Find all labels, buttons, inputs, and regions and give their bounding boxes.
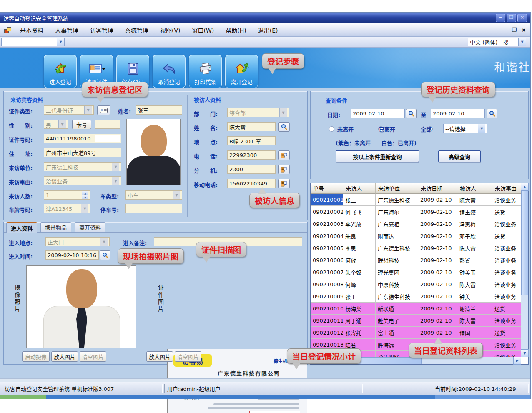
menu-item-1[interactable]: 人事管理: [49, 26, 84, 34]
table-cell[interactable]: 赴美电子: [376, 315, 418, 327]
table-row[interactable]: 090210009张工广东德生科技2009-02-10钟美洽谈业务: [311, 290, 521, 303]
table-cell[interactable]: 理光集团: [376, 266, 418, 278]
people-count-stepper[interactable]: 1 ▲▼: [44, 190, 90, 200]
table-cell[interactable]: 送货: [492, 230, 521, 242]
minimize-icon[interactable]: −: [496, 14, 505, 22]
clear-card-button[interactable]: 清空图片: [175, 351, 201, 362]
start-camera-button[interactable]: 启动摄像: [22, 351, 50, 362]
clear-photo-button[interactable]: 清空图片: [80, 351, 106, 362]
table-row[interactable]: 090210006何放联想科技2009-02-10彭置洽谈业务: [311, 254, 521, 266]
table-cell[interactable]: 090210011: [311, 315, 343, 327]
vertical-scrollbar[interactable]: ▲ ▼: [521, 183, 528, 357]
entry-place-combo[interactable]: 正大门▼: [45, 237, 110, 246]
table-cell[interactable]: 090210008: [311, 278, 343, 290]
address-field[interactable]: 广州市中山大道89号: [44, 148, 121, 157]
table-cell[interactable]: 李思: [343, 242, 376, 254]
table-cell[interactable]: 洽谈业务: [492, 278, 521, 290]
entry-time-picker-button[interactable]: [100, 250, 110, 260]
table-cell[interactable]: 090210005: [311, 242, 343, 254]
table-cell[interactable]: 附而达: [376, 230, 418, 242]
card-no-field[interactable]: [95, 120, 120, 129]
table-cell[interactable]: 中原科技: [376, 278, 418, 290]
table-cell[interactable]: 杨海类: [343, 303, 376, 315]
enlarge-card-button[interactable]: 放大图片: [146, 351, 173, 362]
table-cell[interactable]: 彭置: [457, 254, 492, 266]
table-cell[interactable]: 送货: [492, 303, 521, 315]
print-slip-button[interactable]: 打印凭条: [189, 55, 222, 88]
menu-item-7[interactable]: 退出(E): [252, 26, 284, 34]
table-cell[interactable]: 2009-02-10: [418, 278, 457, 290]
table-cell[interactable]: 2009-02-10: [418, 218, 457, 230]
menu-item-5[interactable]: 窗口(W): [186, 26, 220, 34]
table-cell[interactable]: 洽谈业务: [492, 315, 521, 327]
close-icon[interactable]: ×: [517, 14, 527, 22]
table-header-cell[interactable]: 来访日期: [418, 183, 457, 194]
table-cell[interactable]: 朱个奴: [343, 266, 376, 278]
stepper-arrows-icon[interactable]: ▲▼: [82, 191, 88, 199]
table-row[interactable]: 090210004朱良附而达2009-02-10邓子欣送货: [311, 230, 521, 242]
scroll-thumb[interactable]: [521, 190, 528, 295]
table-header[interactable]: 单号来访人来访单位来访日期被访人来访事由: [311, 183, 521, 194]
table-cell[interactable]: 何飞飞: [343, 206, 376, 218]
table-cell[interactable]: 何放: [343, 254, 376, 266]
card-no-button[interactable]: 卡号: [72, 120, 91, 129]
table-cell[interactable]: 谭玉姣: [457, 206, 492, 218]
table-cell[interactable]: 广东海尔: [376, 206, 418, 218]
table-cell[interactable]: 2009-02-10: [418, 242, 457, 254]
cert-no-field[interactable]: 4401111980010: [44, 134, 121, 143]
tab-2[interactable]: 离开资料: [75, 222, 105, 232]
table-cell[interactable]: 090210012: [311, 327, 343, 339]
table-cell[interactable]: 谢清兰: [457, 303, 492, 315]
table-cell[interactable]: 联想科技: [376, 254, 418, 266]
table-cell[interactable]: 邓子欣: [457, 230, 492, 242]
table-cell[interactable]: 广东德生科技: [376, 242, 418, 254]
mobile-field[interactable]: 15602210349: [227, 179, 276, 188]
table-cell[interactable]: 洽谈业务: [492, 339, 521, 351]
table-cell[interactable]: 洽谈业务: [492, 218, 521, 230]
status-select-combo[interactable]: --请选择▼: [443, 124, 487, 133]
table-cell[interactable]: 2009-02-10: [418, 206, 457, 218]
table-cell[interactable]: 广东亮相: [376, 218, 418, 230]
table-cell[interactable]: 李光放: [343, 218, 376, 230]
table-cell[interactable]: 2009-02-10: [418, 230, 457, 242]
place-field[interactable]: B幢 2301 室: [227, 136, 276, 145]
read-card-mini-button[interactable]: [97, 105, 110, 115]
vehicle-type-combo[interactable]: 小车▼: [125, 190, 182, 200]
table-cell[interactable]: 090210001: [311, 194, 343, 206]
table-cell[interactable]: 冯惠梅: [457, 218, 492, 230]
scroll-up-icon[interactable]: ▲: [521, 183, 529, 191]
requery-button[interactable]: 按以上条件重新查询: [336, 150, 419, 162]
table-cell[interactable]: 2009-02-10: [418, 290, 457, 303]
chevron-down-icon[interactable]: ▼: [57, 38, 64, 46]
table-row[interactable]: 090210012张寄托富士通2009-02-10谭国送货: [311, 327, 521, 339]
notify-ext-button[interactable]: [278, 165, 290, 174]
menu-item-0[interactable]: 基本资料: [14, 26, 49, 34]
table-cell[interactable]: 钟美: [457, 290, 492, 303]
enter-register-button[interactable]: 进入登记: [44, 55, 77, 88]
table-cell[interactable]: 陈大雷: [457, 194, 492, 206]
company-combo[interactable]: 广东德生科技▼: [44, 162, 121, 171]
table-cell[interactable]: 090210003: [311, 218, 343, 230]
table-cell[interactable]: 2009-02-10: [418, 254, 457, 266]
tab-0[interactable]: 进入资料: [6, 222, 37, 233]
date-to-field[interactable]: 2009-02-10: [431, 109, 485, 118]
menu-item-6[interactable]: 帮助(H): [220, 26, 252, 34]
table-cell[interactable]: 2009-02-10: [418, 303, 457, 315]
table-row[interactable]: 090210003李光放广东亮相2009-02-10冯惠梅洽谈业务: [311, 218, 521, 230]
dept-combo[interactable]: 综合部▼: [227, 108, 289, 117]
table-cell[interactable]: 2009-02-10: [418, 315, 457, 327]
table-cell[interactable]: 谭国: [457, 327, 492, 339]
table-cell[interactable]: 送货: [492, 206, 521, 218]
table-header-cell[interactable]: 来访人: [343, 183, 376, 194]
table-cell[interactable]: 广东德生科技: [376, 290, 418, 303]
tab-1[interactable]: 携带物品: [40, 222, 71, 232]
chevron-down-icon[interactable]: ▼: [518, 38, 526, 46]
enlarge-photo-button[interactable]: 放大图片: [51, 351, 78, 362]
table-row[interactable]: 090210005李思广东德生科技2009-02-10陈大雷洽谈业务: [311, 242, 521, 254]
table-header-cell[interactable]: 来访单位: [376, 183, 418, 194]
table-cell[interactable]: 周于通: [343, 315, 376, 327]
table-row[interactable]: 090210001张三广东德生科技2009-02-10陈大雷洽谈业务: [311, 194, 521, 206]
table-cell[interactable]: 090210004: [311, 230, 343, 242]
leave-register-button[interactable]: 离开登记: [225, 55, 258, 88]
table-cell[interactable]: 洽谈业务: [492, 242, 521, 254]
